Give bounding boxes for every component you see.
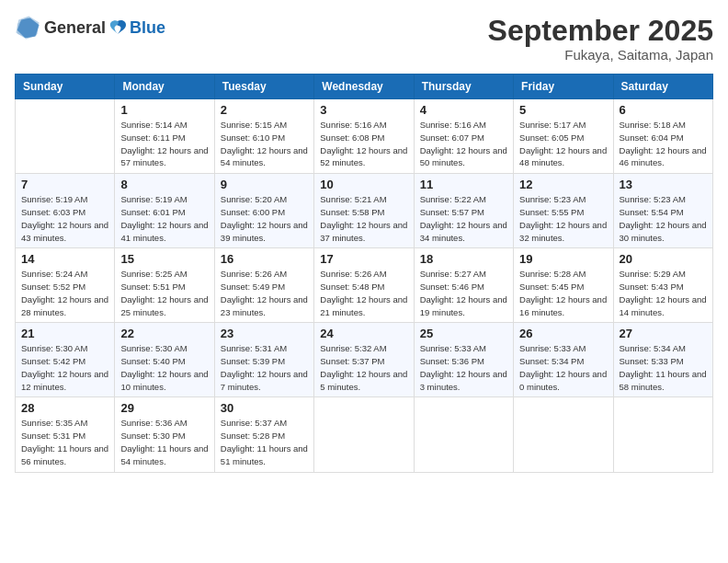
calendar-week-4: 21Sunrise: 5:30 AM Sunset: 5:42 PM Dayli… <box>16 323 713 397</box>
day-info: Sunrise: 5:34 AM Sunset: 5:33 PM Dayligh… <box>620 342 707 393</box>
day-info: Sunrise: 5:16 AM Sunset: 6:07 PM Dayligh… <box>420 119 507 169</box>
calendar-cell <box>16 99 115 174</box>
calendar-week-5: 28Sunrise: 5:35 AM Sunset: 5:31 PM Dayli… <box>16 397 713 472</box>
day-number: 14 <box>21 252 108 266</box>
day-info: Sunrise: 5:21 AM Sunset: 5:58 PM Dayligh… <box>320 193 407 244</box>
calendar-cell: 25Sunrise: 5:33 AM Sunset: 5:36 PM Dayli… <box>414 323 513 397</box>
calendar-cell: 24Sunrise: 5:32 AM Sunset: 5:37 PM Dayli… <box>314 323 414 397</box>
day-number: 30 <box>221 401 308 415</box>
day-info: Sunrise: 5:23 AM Sunset: 5:55 PM Dayligh… <box>519 193 607 244</box>
calendar-cell: 18Sunrise: 5:27 AM Sunset: 5:46 PM Dayli… <box>414 248 513 323</box>
day-info: Sunrise: 5:31 AM Sunset: 5:39 PM Dayligh… <box>221 342 308 393</box>
calendar-cell: 2Sunrise: 5:15 AM Sunset: 6:10 PM Daylig… <box>214 99 313 174</box>
day-number: 10 <box>320 178 407 191</box>
day-header-sunday: Sunday <box>16 75 115 99</box>
day-info: Sunrise: 5:28 AM Sunset: 5:45 PM Dayligh… <box>519 268 607 318</box>
day-info: Sunrise: 5:33 AM Sunset: 5:36 PM Dayligh… <box>420 342 507 393</box>
calendar-week-1: 1Sunrise: 5:14 AM Sunset: 6:11 PM Daylig… <box>16 99 713 174</box>
day-info: Sunrise: 5:30 AM Sunset: 5:42 PM Dayligh… <box>21 342 108 393</box>
calendar-cell: 14Sunrise: 5:24 AM Sunset: 5:52 PM Dayli… <box>16 248 115 323</box>
day-info: Sunrise: 5:22 AM Sunset: 5:57 PM Dayligh… <box>420 193 507 244</box>
day-info: Sunrise: 5:18 AM Sunset: 6:04 PM Dayligh… <box>620 119 707 169</box>
day-number: 22 <box>120 327 208 340</box>
day-info: Sunrise: 5:30 AM Sunset: 5:40 PM Dayligh… <box>120 342 208 393</box>
calendar-cell: 22Sunrise: 5:30 AM Sunset: 5:40 PM Dayli… <box>115 323 214 397</box>
day-info: Sunrise: 5:36 AM Sunset: 5:30 PM Dayligh… <box>120 417 208 467</box>
day-number: 17 <box>320 252 407 266</box>
day-number: 23 <box>221 327 308 340</box>
day-info: Sunrise: 5:17 AM Sunset: 6:05 PM Dayligh… <box>519 119 607 169</box>
day-info: Sunrise: 5:25 AM Sunset: 5:51 PM Dayligh… <box>120 268 208 318</box>
day-number: 8 <box>120 178 208 191</box>
calendar-cell: 29Sunrise: 5:36 AM Sunset: 5:30 PM Dayli… <box>115 397 214 472</box>
day-info: Sunrise: 5:23 AM Sunset: 5:54 PM Dayligh… <box>620 193 707 244</box>
day-info: Sunrise: 5:15 AM Sunset: 6:10 PM Dayligh… <box>221 119 308 169</box>
calendar-cell: 11Sunrise: 5:22 AM Sunset: 5:57 PM Dayli… <box>414 174 513 248</box>
calendar-cell: 13Sunrise: 5:23 AM Sunset: 5:54 PM Dayli… <box>613 174 712 248</box>
day-number: 25 <box>420 327 507 340</box>
day-header-tuesday: Tuesday <box>214 75 313 99</box>
day-info: Sunrise: 5:26 AM Sunset: 5:48 PM Dayligh… <box>320 268 407 318</box>
calendar-cell: 1Sunrise: 5:14 AM Sunset: 6:11 PM Daylig… <box>115 99 214 174</box>
calendar-cell: 8Sunrise: 5:19 AM Sunset: 6:01 PM Daylig… <box>115 174 214 248</box>
calendar-cell: 6Sunrise: 5:18 AM Sunset: 6:04 PM Daylig… <box>613 99 712 174</box>
calendar-cell: 7Sunrise: 5:19 AM Sunset: 6:03 PM Daylig… <box>16 174 115 248</box>
day-number: 2 <box>221 103 308 117</box>
day-number: 26 <box>519 327 607 340</box>
day-number: 15 <box>120 252 208 266</box>
title-block: September 2025 Fukaya, Saitama, Japan <box>488 15 713 63</box>
day-info: Sunrise: 5:20 AM Sunset: 6:00 PM Dayligh… <box>221 193 308 244</box>
day-info: Sunrise: 5:24 AM Sunset: 5:52 PM Dayligh… <box>21 268 108 318</box>
day-number: 5 <box>519 103 607 117</box>
day-header-saturday: Saturday <box>613 75 712 99</box>
calendar-cell: 23Sunrise: 5:31 AM Sunset: 5:39 PM Dayli… <box>214 323 313 397</box>
calendar-cell: 12Sunrise: 5:23 AM Sunset: 5:55 PM Dayli… <box>514 174 613 248</box>
day-info: Sunrise: 5:14 AM Sunset: 6:11 PM Dayligh… <box>120 119 208 169</box>
day-info: Sunrise: 5:33 AM Sunset: 5:34 PM Dayligh… <box>519 342 607 393</box>
calendar-cell: 16Sunrise: 5:26 AM Sunset: 5:49 PM Dayli… <box>214 248 313 323</box>
logo-general: General <box>44 18 106 38</box>
day-info: Sunrise: 5:27 AM Sunset: 5:46 PM Dayligh… <box>420 268 507 318</box>
calendar-table: SundayMondayTuesdayWednesdayThursdayFrid… <box>15 74 713 472</box>
calendar-cell: 28Sunrise: 5:35 AM Sunset: 5:31 PM Dayli… <box>16 397 115 472</box>
calendar-cell <box>514 397 613 472</box>
day-number: 1 <box>120 103 208 117</box>
day-number: 27 <box>620 327 707 340</box>
calendar-cell <box>613 397 712 472</box>
day-number: 11 <box>420 178 507 191</box>
day-info: Sunrise: 5:19 AM Sunset: 6:03 PM Dayligh… <box>21 193 108 244</box>
calendar-cell: 21Sunrise: 5:30 AM Sunset: 5:42 PM Dayli… <box>16 323 115 397</box>
day-number: 18 <box>420 252 507 266</box>
logo: General Blue <box>15 15 165 40</box>
calendar-cell: 26Sunrise: 5:33 AM Sunset: 5:34 PM Dayli… <box>514 323 613 397</box>
logo-icon <box>15 15 40 40</box>
location-subtitle: Fukaya, Saitama, Japan <box>488 47 713 63</box>
calendar-cell: 30Sunrise: 5:37 AM Sunset: 5:28 PM Dayli… <box>214 397 313 472</box>
day-info: Sunrise: 5:35 AM Sunset: 5:31 PM Dayligh… <box>21 417 108 467</box>
calendar-cell <box>414 397 513 472</box>
calendar-week-3: 14Sunrise: 5:24 AM Sunset: 5:52 PM Dayli… <box>16 248 713 323</box>
day-number: 3 <box>320 103 407 117</box>
calendar-cell: 10Sunrise: 5:21 AM Sunset: 5:58 PM Dayli… <box>314 174 414 248</box>
calendar-cell: 4Sunrise: 5:16 AM Sunset: 6:07 PM Daylig… <box>414 99 513 174</box>
calendar-cell <box>314 397 414 472</box>
day-number: 6 <box>620 103 707 117</box>
calendar-cell: 19Sunrise: 5:28 AM Sunset: 5:45 PM Dayli… <box>514 248 613 323</box>
day-number: 21 <box>21 327 108 340</box>
day-number: 29 <box>120 401 208 415</box>
page-header: General Blue September 2025 Fukaya, Sait… <box>15 15 713 63</box>
day-number: 19 <box>519 252 607 266</box>
day-header-wednesday: Wednesday <box>314 75 414 99</box>
day-header-thursday: Thursday <box>414 75 513 99</box>
day-number: 24 <box>320 327 407 340</box>
day-number: 13 <box>620 178 707 191</box>
calendar-cell: 9Sunrise: 5:20 AM Sunset: 6:00 PM Daylig… <box>214 174 313 248</box>
calendar-cell: 5Sunrise: 5:17 AM Sunset: 6:05 PM Daylig… <box>514 99 613 174</box>
day-number: 16 <box>221 252 308 266</box>
day-info: Sunrise: 5:19 AM Sunset: 6:01 PM Dayligh… <box>120 193 208 244</box>
day-number: 28 <box>21 401 108 415</box>
day-number: 9 <box>221 178 308 191</box>
logo-blue: Blue <box>130 18 165 38</box>
day-info: Sunrise: 5:29 AM Sunset: 5:43 PM Dayligh… <box>620 268 707 318</box>
day-header-friday: Friday <box>514 75 613 99</box>
